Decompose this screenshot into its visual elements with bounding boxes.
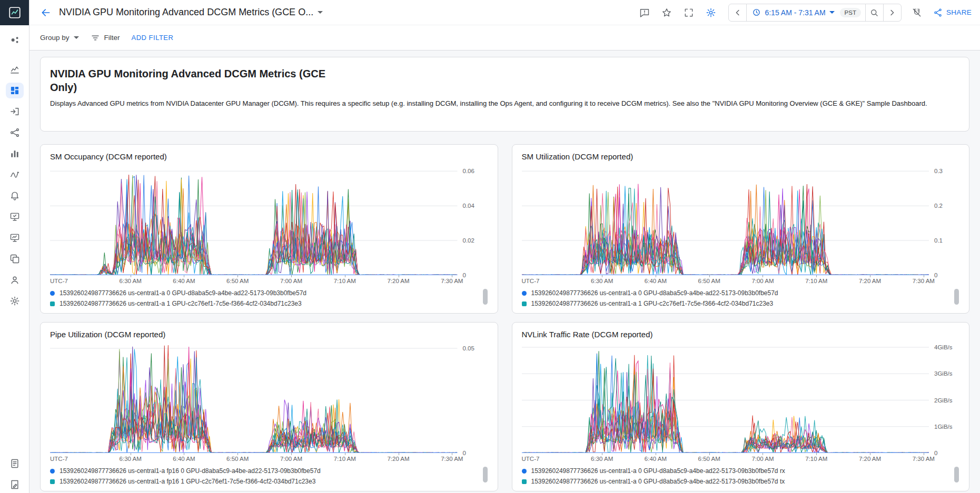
sidebar-item-groups[interactable] (5, 249, 24, 268)
sidebar-item-overview[interactable] (5, 31, 24, 49)
y-tick-label: 0.2 (934, 203, 943, 209)
x-tick-mark (399, 275, 399, 277)
legend-item[interactable]: 1539260249877736626 us-central1-a 0 GPU-… (522, 476, 954, 487)
legend-item[interactable]: 1539260249877736626 us-central1-a 0 GPU-… (522, 466, 954, 476)
y-tick-label: 0.04 (463, 203, 474, 209)
cloud-monitoring-logo[interactable] (0, 0, 29, 25)
chart-legend: 1539260249877736626 us-central1-a 0 GPU-… (522, 288, 960, 309)
y-axis-labels: 0.050 (458, 342, 488, 453)
chart-body: UTC-76:30 AM6:40 AM6:50 AM7:00 AM7:10 AM… (522, 164, 960, 286)
x-tick-label: 6:40 AM (645, 278, 667, 284)
x-tick-mark (399, 453, 399, 455)
x-tick-label: 7:00 AM (280, 456, 302, 462)
x-tick-label: 7:00 AM (751, 278, 774, 284)
sidebar-item-alerting[interactable] (5, 186, 24, 205)
legend-scrollbar[interactable] (483, 289, 488, 305)
dashboard-content: NVIDIA GPU Monitoring Advanced DCGM Metr… (29, 51, 980, 493)
sidebar-item-feedback[interactable] (5, 475, 24, 493)
monitor-icon (6, 230, 24, 246)
legend-item[interactable]: 1539260249877736626 us-central1-a fp16 1… (50, 476, 482, 487)
dashboards-icon (6, 83, 24, 98)
legend-label: 1539260249877736626 us-central1-a 0 GPU-… (60, 289, 306, 297)
back-button[interactable] (37, 4, 55, 22)
chart-canvas[interactable] (50, 164, 458, 275)
x-tick-label: 7:30 AM (913, 278, 935, 284)
chart-canvas[interactable] (50, 342, 458, 453)
time-range-button[interactable]: 6:15 AM - 7:31 AM (747, 4, 839, 22)
dashboard-title-dropdown[interactable]: NVIDIA GPU Monitoring Advanced DCGM Metr… (59, 7, 323, 18)
legend-item[interactable]: 1539260249877736626 us-central1-a 1 GPU-… (522, 298, 954, 309)
sidebar-item-metrics-management[interactable] (5, 144, 24, 163)
group-by-dropdown[interactable]: Group by (40, 34, 79, 42)
y-tick-label: 2GiB/s (934, 397, 953, 404)
share-button[interactable]: SHARE (933, 8, 972, 17)
legend-item[interactable]: 1539260249877736626 us-central1-a fp16 0… (50, 466, 482, 476)
overview-icon (6, 32, 24, 48)
x-tick-mark (237, 453, 238, 455)
time-back-button[interactable] (729, 4, 747, 22)
time-range-controls: 6:15 AM - 7:31 AM PST (728, 4, 902, 22)
legend-scrollbar[interactable] (483, 467, 488, 482)
search-icon (869, 8, 879, 17)
filter-button[interactable]: Filter (91, 33, 120, 43)
x-tick-label: 6:50 AM (698, 278, 720, 284)
feedback-button[interactable] (636, 4, 654, 22)
y-tick-label: 0.1 (934, 237, 943, 244)
dashboard-settings-button[interactable] (702, 4, 720, 22)
legend-marker (522, 469, 527, 474)
chart-title: SM Utilization (DCGM reported) (522, 152, 960, 161)
sidebar-item-permissions[interactable] (5, 270, 24, 289)
sidebar-item-dashboards[interactable] (5, 81, 24, 100)
sidebar-item-settings[interactable] (5, 291, 24, 310)
time-zoom-button[interactable] (865, 4, 883, 22)
chart-card-sm-utilization: SM Utilization (DCGM reported) UTC-76:30… (512, 144, 970, 314)
x-tick-mark (184, 275, 184, 277)
chart-canvas[interactable] (522, 342, 929, 453)
y-tick-label: 0.06 (463, 168, 474, 174)
x-tick-label: 6:50 AM (226, 278, 249, 284)
x-axis-timezone-label: UTC-7 (50, 456, 68, 462)
legend-scrollbar-track (482, 288, 488, 309)
legend-item[interactable]: 1539260249877736626 us-central1-a 0 GPU-… (522, 288, 954, 298)
favorite-button[interactable] (658, 4, 676, 22)
chevron-left-icon (733, 8, 743, 17)
main-column: NVIDIA GPU Monitoring Advanced DCGM Metr… (29, 0, 980, 493)
time-forward-button[interactable] (883, 4, 901, 22)
x-tick-label: 7:10 AM (805, 456, 827, 462)
timezone-badge: PST (840, 8, 861, 17)
x-tick-mark (602, 275, 602, 277)
sidebar-item-uptime-checks[interactable] (5, 207, 24, 226)
sidebar-item-metrics-explorer[interactable] (5, 60, 24, 79)
legend-marker (50, 469, 55, 474)
time-range-label: 6:15 AM - 7:31 AM (765, 8, 825, 17)
legend-item[interactable]: 1539260249877736626 us-central1-a 0 GPU-… (50, 288, 482, 298)
y-tick-label: 0 (934, 450, 937, 456)
sidebar-item-anomalies[interactable] (5, 165, 24, 184)
x-tick-mark (763, 275, 763, 277)
sidebar-item-services[interactable] (5, 123, 24, 142)
legend-item[interactable]: 1539260249877736626 us-central1-a 1 GPU-… (50, 298, 482, 309)
charts-grid: SM Occupancy (DCGM reported) UTC-76:30 A… (40, 144, 969, 491)
x-tick-label: 6:30 AM (120, 278, 142, 284)
caret-down-icon (74, 36, 79, 39)
x-tick-mark (763, 453, 763, 455)
y-tick-label: 1GiB/s (934, 424, 953, 430)
legend-scrollbar[interactable] (954, 289, 959, 305)
x-tick-label: 6:40 AM (173, 278, 195, 284)
chart-canvas[interactable] (522, 164, 929, 275)
x-tick-label: 7:10 AM (334, 278, 356, 284)
sidebar-item-synthetic-monitoring[interactable] (5, 228, 24, 247)
magnet-off-button[interactable] (908, 4, 926, 22)
fullscreen-button[interactable] (680, 4, 698, 22)
x-axis-timezone-label: UTC-7 (522, 456, 540, 462)
line-chart-icon (6, 62, 24, 77)
add-filter-button[interactable]: ADD FILTER (132, 34, 174, 42)
sidebar-bottom-nav (5, 454, 24, 493)
x-tick-label: 7:20 AM (387, 278, 409, 284)
y-tick-label: 3GiB/s (934, 370, 953, 377)
sidebar-item-release-notes[interactable] (5, 454, 24, 473)
x-tick-label: 7:30 AM (441, 456, 463, 462)
legend-scrollbar[interactable] (954, 467, 959, 482)
x-tick-mark (345, 275, 345, 277)
sidebar-item-integrations[interactable] (5, 102, 24, 121)
